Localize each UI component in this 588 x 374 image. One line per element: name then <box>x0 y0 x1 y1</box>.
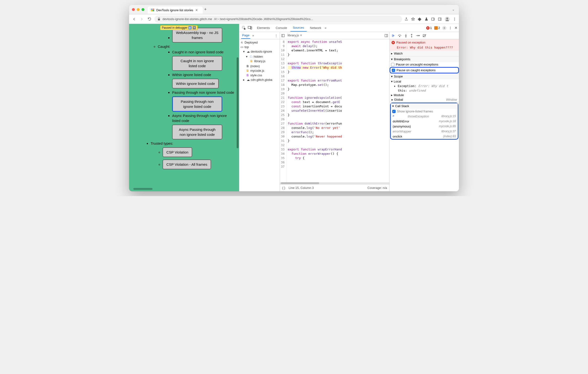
error-count[interactable]: ✕1 <box>426 26 432 30</box>
resume-icon[interactable]: ▶ <box>188 26 192 29</box>
close-window-button[interactable] <box>132 8 135 11</box>
scope-section-header[interactable]: ▾Scope <box>390 74 459 79</box>
inspect-element-icon[interactable] <box>242 26 246 30</box>
reload-button[interactable] <box>147 17 152 21</box>
pause-uncaught-checkbox[interactable]: Pause on uncaught exceptions <box>390 62 459 67</box>
callstack-header[interactable]: ▾Call Stack <box>391 103 458 109</box>
svg-rect-23 <box>385 34 388 37</box>
extensions-puzzle-icon[interactable] <box>418 17 422 21</box>
chevron-down-icon: ▾ <box>392 104 394 108</box>
tab-network[interactable]: Network <box>308 24 324 31</box>
tree-origin[interactable]: ▾☁devtools-ignore <box>240 49 279 54</box>
back-button[interactable] <box>131 17 137 21</box>
kebab-menu-icon[interactable] <box>453 17 457 21</box>
forward-button[interactable] <box>139 17 144 21</box>
checkbox-on-icon: ✓ <box>392 110 396 113</box>
browser-tab[interactable]: DevTools ignore list stories ✕ <box>148 6 203 14</box>
stack-frame[interactable]: (anonymous)mycode.js:89 <box>391 124 458 129</box>
page-subtab[interactable]: Page <box>241 32 250 39</box>
svg-rect-25 <box>392 34 392 37</box>
address-bar[interactable]: devtools-ignore-list-stories.glitch.me /… <box>154 16 402 23</box>
stack-frame[interactable]: throwExceptionlibrary.js:15 <box>391 114 458 119</box>
show-ignored-frames-checkbox[interactable]: ✓ Show ignore-listed frames <box>391 109 458 114</box>
folder-icon: 🗀 <box>249 55 253 58</box>
new-tab-button[interactable]: + <box>204 7 207 12</box>
list-item: CSP Violation <box>163 146 234 158</box>
svg-point-13 <box>454 20 455 21</box>
page-button-highlighted[interactable]: Passing through non ignore listed code <box>172 96 222 112</box>
editor-tab-library[interactable]: library.js ✕ <box>286 32 304 39</box>
tree-file-library[interactable]: 🗎library.js <box>242 59 279 63</box>
close-devtools-icon[interactable]: ✕ <box>454 26 458 30</box>
side-panel-icon[interactable] <box>438 17 442 21</box>
tree-top[interactable]: ▭top <box>240 45 279 49</box>
stack-frame[interactable]: doWithErrormycode.js:18 <box>391 119 458 124</box>
page-button[interactable]: CSP Violation <box>163 147 192 157</box>
step-out-button[interactable] <box>410 34 413 37</box>
scope-exception[interactable]: ▸ Exception: Error: Why did t <box>390 84 459 88</box>
file-icon: 🗎 <box>246 64 249 68</box>
page-button[interactable]: Caught in non ignore listed code <box>172 56 222 71</box>
call-stack-section: ▾Call Stack ✓ Show ignore-listed frames … <box>390 103 458 140</box>
tree-deployed[interactable]: ⎋Deployed <box>240 40 279 45</box>
pretty-print-icon[interactable]: { } <box>282 186 285 190</box>
deactivate-breakpoints-button[interactable] <box>423 34 426 37</box>
svg-point-26 <box>399 36 400 37</box>
editor-horizontal-scrollbar[interactable] <box>280 182 389 184</box>
maximize-window-button[interactable] <box>141 8 144 11</box>
tree-folder-hidden[interactable]: ▾🗀hidden <box>242 54 279 59</box>
stack-frame[interactable]: onclick(index):83 <box>391 134 458 139</box>
css-file-icon: 🗎 <box>246 74 249 77</box>
tab-sources[interactable]: Sources <box>290 24 307 32</box>
horizontal-scrollbar[interactable] <box>133 188 153 190</box>
scope-global[interactable]: ▸ GlobalWindow <box>390 97 459 102</box>
profile-avatar-icon[interactable] <box>445 17 450 22</box>
scope-local[interactable]: ▾Local <box>390 79 459 84</box>
step-icon[interactable]: ↷ <box>193 26 196 29</box>
toggle-debugger-icon[interactable] <box>385 34 388 37</box>
page-button[interactable]: Async Passing through non ignore listed … <box>172 125 222 139</box>
step-over-button[interactable] <box>398 34 401 37</box>
close-tab-icon[interactable]: ✕ <box>300 33 302 37</box>
labs-flask-icon[interactable] <box>424 17 428 21</box>
tree-file-mycode[interactable]: 🗎mycode.js <box>240 68 279 73</box>
svg-point-17 <box>444 28 445 28</box>
toggle-navigator-icon[interactable] <box>281 34 285 37</box>
bookmark-star-icon[interactable] <box>411 17 415 21</box>
kebab-menu-icon[interactable] <box>449 26 452 30</box>
stack-frame[interactable]: errorWrapperlibrary.js:37 <box>391 129 458 134</box>
tree-file-style[interactable]: 🗎style.css <box>240 73 279 77</box>
svg-point-10 <box>446 17 448 19</box>
tab-console[interactable]: Console <box>273 24 289 31</box>
more-tabs-icon[interactable]: » <box>325 26 326 30</box>
navigator-pane: Page » ⋮ ⎋Deployed ▭top ▾☁devtools-ignor… <box>239 32 280 191</box>
paused-title: Paused on exception <box>396 41 425 44</box>
vertical-scrollbar[interactable] <box>237 57 239 148</box>
reading-list-icon[interactable] <box>431 17 435 21</box>
pause-caught-checkbox[interactable]: ✓ Pause on caught exceptions <box>390 67 459 74</box>
paused-message: Error: Why did this happen???? <box>397 46 457 49</box>
cloud-icon: ☁ <box>246 50 250 53</box>
tabs-overflow-icon[interactable]: ⌄ <box>452 8 455 11</box>
page-button[interactable]: CSP Violation - All frames <box>163 160 211 169</box>
step-into-button[interactable] <box>404 34 407 37</box>
chevron-down-icon: ▾ <box>391 75 393 78</box>
tab-elements[interactable]: Elements <box>254 24 272 31</box>
code-editor[interactable]: 8910111213141516171819202122232425262728… <box>280 39 389 182</box>
share-icon[interactable] <box>404 17 408 21</box>
issue-count[interactable]: !2 <box>434 26 440 30</box>
more-subtabs-icon[interactable]: » <box>252 34 254 37</box>
tree-origin-cdn[interactable]: ▸☁cdn.glitch.globa <box>240 77 279 82</box>
scope-module[interactable]: ▸Module <box>390 93 459 97</box>
watch-section-header[interactable]: ▸Watch <box>390 51 459 56</box>
breakpoints-section-header[interactable]: ▾Breakpoints <box>390 56 459 62</box>
close-tab-icon[interactable]: ✕ <box>195 8 198 12</box>
minimize-window-button[interactable] <box>137 8 140 11</box>
step-button[interactable] <box>416 34 420 37</box>
device-toolbar-icon[interactable] <box>248 26 252 30</box>
settings-gear-icon[interactable] <box>442 26 446 30</box>
page-button[interactable]: Within ignore listed code <box>172 79 219 88</box>
resume-button[interactable] <box>391 34 395 37</box>
kebab-menu-icon[interactable]: ⋮ <box>275 34 278 37</box>
tree-file-index[interactable]: 🗎(index) <box>240 64 279 68</box>
